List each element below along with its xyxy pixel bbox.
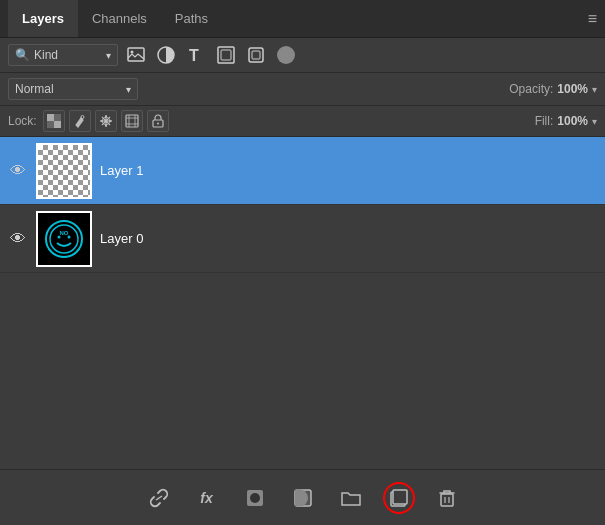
fill-value[interactable]: 100% xyxy=(557,114,588,128)
layer-visibility-icon[interactable]: 👁 xyxy=(8,161,28,181)
layer-item[interactable]: 👁 NO Layer 0 xyxy=(0,205,605,273)
lock-image-button[interactable] xyxy=(69,110,91,132)
svg-point-19 xyxy=(157,123,159,125)
bottom-toolbar: fx xyxy=(0,469,605,525)
lock-all-button[interactable] xyxy=(147,110,169,132)
fill-group: Fill: 100% ▾ xyxy=(535,114,597,128)
tab-bar: Layers Channels Paths ≡ xyxy=(0,0,605,38)
pixel-filter-icon[interactable] xyxy=(274,43,298,67)
search-icon: 🔍 xyxy=(15,48,30,62)
layers-panel: Layers Channels Paths ≡ 🔍 Kind ▾ xyxy=(0,0,605,525)
svg-rect-30 xyxy=(393,490,407,504)
new-group-button[interactable] xyxy=(335,482,367,514)
layer-name: Layer 0 xyxy=(100,231,597,246)
lock-position-button[interactable] xyxy=(95,110,117,132)
image-filter-icon[interactable] xyxy=(124,43,148,67)
tab-channels[interactable]: Channels xyxy=(78,0,161,37)
svg-rect-10 xyxy=(54,114,61,121)
blend-dropdown-arrow-icon: ▾ xyxy=(126,84,131,95)
lock-artboard-button[interactable] xyxy=(121,110,143,132)
svg-text:T: T xyxy=(189,47,199,64)
shape-filter-icon[interactable] xyxy=(214,43,238,67)
text-filter-icon[interactable]: T xyxy=(184,43,208,67)
new-adjustment-button[interactable] xyxy=(239,482,271,514)
svg-text:NO: NO xyxy=(60,230,69,236)
filter-toolbar: 🔍 Kind ▾ T xyxy=(0,38,605,73)
svg-point-24 xyxy=(58,235,61,238)
layer-thumbnail xyxy=(36,143,92,199)
svg-marker-13 xyxy=(104,115,108,118)
svg-point-1 xyxy=(131,51,134,54)
blend-mode-dropdown[interactable]: Normal ▾ xyxy=(8,78,138,100)
opacity-value[interactable]: 100% xyxy=(557,82,588,96)
svg-point-12 xyxy=(81,116,84,119)
fx-button[interactable]: fx xyxy=(191,482,223,514)
add-mask-button[interactable] xyxy=(287,482,319,514)
opacity-group: Opacity: 100% ▾ xyxy=(509,82,597,96)
link-button[interactable] xyxy=(143,482,175,514)
tab-paths[interactable]: Paths xyxy=(161,0,222,37)
tab-layers[interactable]: Layers xyxy=(8,0,78,37)
svg-point-27 xyxy=(250,493,260,503)
svg-rect-11 xyxy=(47,121,54,128)
smart-object-filter-icon[interactable] xyxy=(244,43,268,67)
svg-rect-7 xyxy=(252,51,260,59)
svg-rect-8 xyxy=(47,114,54,121)
svg-marker-15 xyxy=(100,119,103,123)
svg-rect-6 xyxy=(249,48,263,62)
svg-rect-31 xyxy=(441,494,453,506)
adjustment-filter-icon[interactable] xyxy=(154,43,178,67)
svg-rect-0 xyxy=(128,48,144,61)
layer-item[interactable]: 👁 Layer 1 xyxy=(0,137,605,205)
fill-arrow-icon[interactable]: ▾ xyxy=(592,116,597,127)
layer-name: Layer 1 xyxy=(100,163,597,178)
svg-rect-20 xyxy=(40,215,88,263)
svg-marker-16 xyxy=(109,119,112,123)
new-layer-button[interactable] xyxy=(383,482,415,514)
panel-menu-icon[interactable]: ≡ xyxy=(588,11,597,27)
svg-rect-4 xyxy=(218,47,234,63)
kind-dropdown[interactable]: 🔍 Kind ▾ xyxy=(8,44,118,66)
svg-rect-9 xyxy=(54,121,61,128)
blend-toolbar: Normal ▾ Opacity: 100% ▾ xyxy=(0,73,605,106)
layers-list: 👁 Layer 1 👁 NO Layer 0 xyxy=(0,137,605,469)
delete-layer-button[interactable] xyxy=(431,482,463,514)
layer-thumbnail: NO xyxy=(36,211,92,267)
lock-transparent-button[interactable] xyxy=(43,110,65,132)
lock-toolbar: Lock: xyxy=(0,106,605,137)
svg-marker-14 xyxy=(104,124,108,127)
layer-visibility-icon[interactable]: 👁 xyxy=(8,229,28,249)
opacity-arrow-icon[interactable]: ▾ xyxy=(592,84,597,95)
svg-point-25 xyxy=(68,235,71,238)
dropdown-arrow-icon: ▾ xyxy=(106,50,111,61)
svg-rect-5 xyxy=(221,50,231,60)
svg-rect-17 xyxy=(126,115,138,127)
